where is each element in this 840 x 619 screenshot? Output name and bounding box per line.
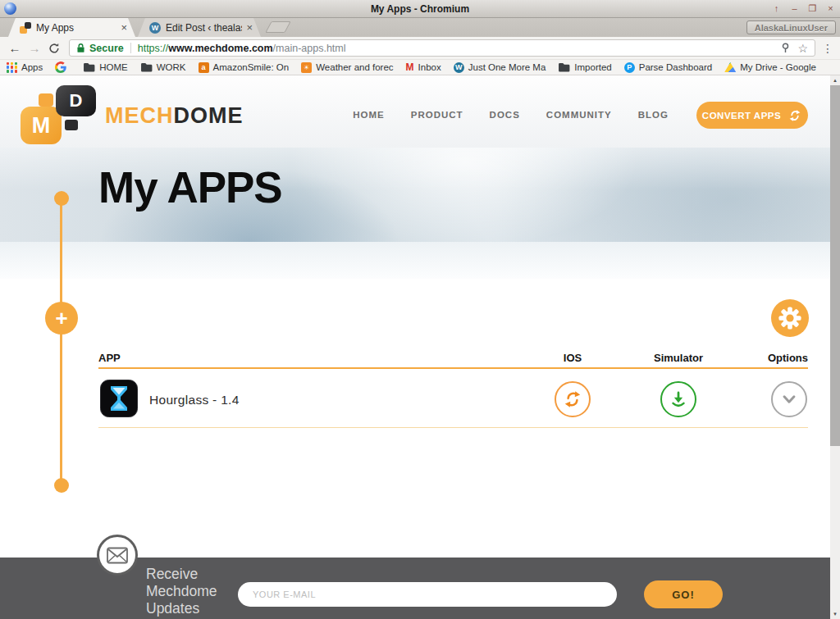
column-header-simulator: Simulator (654, 352, 703, 364)
chevron-down-icon (778, 389, 800, 410)
google-g-icon (55, 61, 66, 73)
tab-label: Edit Post ‹ thealaska (166, 22, 242, 34)
folder-icon (83, 62, 95, 72)
profile-button[interactable]: AlaskaLinuxUser (746, 20, 836, 34)
secure-lock-icon (76, 43, 85, 53)
column-header-ios: IOS (564, 352, 582, 364)
bookmark-imported-folder[interactable]: Imported (558, 62, 611, 72)
nav-docs[interactable]: DOCS (490, 110, 520, 120)
bookmark-weather[interactable]: ☀ Weather and forec (301, 62, 393, 73)
sync-icon (562, 389, 583, 410)
bookmark-google[interactable] (55, 61, 71, 73)
bookmark-parse[interactable]: P Parse Dashboard (624, 62, 713, 73)
gear-icon (778, 307, 801, 330)
envelope-icon (107, 547, 128, 564)
timeline-line (60, 198, 62, 485)
new-tab-button[interactable] (265, 21, 290, 33)
newsletter-heading: Receive Mechdome Updates (146, 566, 246, 617)
bookmark-star-icon[interactable]: ☆ (797, 43, 808, 54)
scrollbar-thumb[interactable] (830, 85, 840, 446)
convert-apps-button[interactable]: CONVERT APPS (696, 102, 808, 129)
scroll-up-icon[interactable]: ▴ (830, 75, 840, 85)
amazon-icon: a (199, 62, 209, 73)
email-input[interactable] (238, 582, 617, 607)
secure-label: Secure (89, 43, 124, 54)
sync-icon (788, 108, 802, 123)
nav-blog[interactable]: BLOG (638, 110, 669, 120)
parse-icon: P (624, 62, 635, 73)
bookmark-work-folder[interactable]: WORK (140, 62, 186, 72)
mechdome-logo-icon (39, 93, 53, 107)
url-scheme: https:// (138, 43, 169, 54)
gmail-icon: M (406, 61, 414, 73)
bookmark-drive[interactable]: My Drive - Google (724, 62, 816, 72)
browser-toolbar: ← → Secure https://www.mechdome.com/main… (0, 37, 840, 59)
go-button[interactable]: GO! (644, 580, 723, 608)
weather-icon: ☀ (301, 62, 312, 73)
url-path: /main-apps.html (273, 43, 346, 54)
app-name: Hourglass - 1.4 (149, 393, 240, 407)
page-title: My APPS (98, 162, 282, 212)
maximize-button[interactable]: ❐ (806, 2, 819, 15)
window-controls: ↑ – ❐ × (770, 2, 837, 15)
mechdome-logo-m-icon: M (21, 107, 62, 144)
shade-button[interactable]: ↑ (770, 2, 783, 15)
browser-menu-icon[interactable]: ⋮ (820, 42, 835, 55)
page-scrollbar[interactable]: ▴ ▾ (830, 75, 840, 619)
hourglass-app-icon (100, 380, 138, 421)
bookmark-home-folder[interactable]: HOME (83, 62, 128, 72)
close-button[interactable]: × (824, 2, 837, 15)
timeline-dot (54, 478, 69, 493)
tab-close-icon[interactable]: × (246, 21, 253, 34)
newsletter-badge (97, 535, 138, 576)
add-app-button[interactable]: + (45, 302, 78, 335)
nav-community[interactable]: COMMUNITY (546, 110, 612, 120)
minimize-button[interactable]: – (788, 2, 801, 15)
nav-product[interactable]: PRODUCT (411, 110, 463, 120)
options-expand-button[interactable] (771, 381, 807, 417)
address-bar[interactable]: Secure https://www.mechdome.com/main-app… (69, 39, 815, 57)
nav-home[interactable]: HOME (353, 110, 385, 120)
google-drive-icon (724, 62, 736, 72)
column-header-app: APP (98, 352, 121, 364)
download-icon (668, 389, 689, 410)
tab-close-icon[interactable]: × (121, 21, 127, 34)
wordpress-icon: W (454, 62, 464, 73)
url-host: www.mechdome.com (168, 43, 272, 54)
mechdome-logo-d-icon: D (56, 85, 96, 116)
tab-strip: My Apps × W Edit Post ‹ thealaska × Alas… (0, 18, 840, 37)
wordpress-favicon-icon: W (149, 22, 161, 34)
settings-button[interactable] (771, 299, 809, 337)
tab-my-apps[interactable]: My Apps × (8, 18, 135, 37)
row-divider (98, 427, 808, 428)
bookmark-apps[interactable]: Apps (7, 62, 43, 73)
page-content: M D MECHDOME HOME PRODUCT DOCS COMMUNITY… (0, 75, 830, 619)
bookmark-amazonsmile[interactable]: a AmazonSmile: On (199, 62, 290, 73)
apps-grid-icon (7, 62, 17, 73)
tab-edit-post[interactable]: W Edit Post ‹ thealaska × (138, 18, 261, 37)
column-header-options: Options (768, 352, 808, 364)
brand-wordmark[interactable]: MECHDOME (105, 103, 244, 129)
timeline-dot (54, 191, 69, 206)
hero-fade-band (0, 242, 830, 279)
bookmark-inbox[interactable]: M Inbox (406, 61, 441, 73)
download-simulator-button[interactable] (660, 381, 696, 417)
bookmarks-bar: Apps HOME WORK a AmazonSmile: On ☀ Weath… (0, 59, 840, 75)
mechdome-logo-icon (65, 120, 78, 130)
tab-label: My Apps (36, 22, 116, 34)
reload-icon (48, 43, 60, 54)
folder-icon (140, 62, 153, 72)
scroll-down-icon[interactable]: ▾ (830, 609, 840, 619)
back-button[interactable]: ← (5, 42, 25, 54)
titlebar: My Apps - Chromium ↑ – ❐ × (0, 0, 840, 18)
pin-icon[interactable] (781, 43, 790, 53)
mechdome-favicon-icon (20, 22, 31, 34)
forward-button[interactable]: → (25, 42, 44, 54)
window-title: My Apps - Chromium (0, 3, 840, 15)
divider (130, 43, 131, 53)
bookmark-wordpress[interactable]: W Just One More Ma (454, 62, 546, 73)
table-header-rule (98, 367, 808, 369)
reload-button[interactable] (44, 43, 64, 54)
folder-icon (558, 62, 570, 72)
rebuild-ios-button[interactable] (555, 381, 591, 417)
